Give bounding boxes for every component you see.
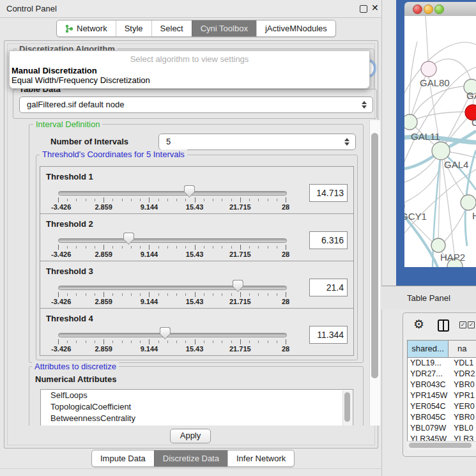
horizontal-scrollbar-thumb[interactable]: [409, 443, 472, 448]
tab-cyni-toolbox[interactable]: Cyni Toolbox: [192, 20, 256, 36]
gear-icon[interactable]: ⚙: [413, 317, 424, 332]
algorithm-option-2[interactable]: Equal Width/Frequency Discretization: [12, 75, 150, 85]
bottom-tab-label: Impute Data: [100, 454, 146, 463]
network-edge[interactable]: [410, 86, 464, 122]
tick-mark: [204, 293, 204, 296]
threshold-value-field[interactable]: 21.4: [309, 279, 348, 296]
minimize-traffic-icon[interactable]: [424, 4, 433, 14]
list-scrollbar-thumb[interactable]: [344, 392, 350, 422]
threshold-value-field[interactable]: 11.344: [309, 326, 348, 344]
threshold-row-4: Threshold 4-3.4262.8599.14415.4321.71528…: [40, 309, 353, 355]
tick-mark: [140, 199, 141, 201]
bottom-tab-discretize-data[interactable]: Discretize Data: [154, 450, 227, 466]
threshold-value-field[interactable]: 6.316: [309, 231, 348, 249]
horizontal-scrollbar[interactable]: [407, 441, 476, 450]
slider-thumb[interactable]: [184, 185, 195, 197]
threshold-slider[interactable]: -3.4262.8599.14415.4321.71528: [58, 261, 286, 308]
tick-mark: [67, 341, 68, 343]
network-node-green[interactable]: [432, 142, 450, 160]
table-row[interactable]: YBR045CYBR0: [408, 412, 476, 423]
node-label-ga: GA: [466, 90, 476, 101]
slider-track[interactable]: [58, 238, 287, 243]
tick-label: -3.426: [51, 345, 71, 353]
attributes-group: Attributes to discretize Numerical Attri…: [29, 366, 364, 426]
bottom-tab-infer-network[interactable]: Infer Network: [227, 450, 294, 466]
table-data-combobox[interactable]: galFiltered.sif default node: [19, 96, 373, 113]
threshold-slider[interactable]: -3.4262.8599.14415.4321.71528: [58, 309, 286, 355]
tick-mark: [249, 246, 250, 249]
close-icon[interactable]: ✕: [371, 3, 379, 13]
tick-mark: [167, 246, 168, 249]
table-row[interactable]: YER054CYER0: [408, 401, 476, 412]
zoom-traffic-icon[interactable]: [434, 4, 444, 14]
slider-track[interactable]: [58, 191, 287, 196]
tick-mark: [112, 246, 113, 249]
attribute-item[interactable]: BetweennessCentrality: [41, 413, 353, 424]
float-window-icon[interactable]: [360, 5, 367, 13]
slider-thumb[interactable]: [160, 327, 171, 339]
vertical-scrollbar[interactable]: [369, 120, 380, 426]
table-header-row: shared... na: [408, 341, 476, 358]
columns-icon[interactable]: [438, 319, 449, 332]
tick-mark: [185, 293, 186, 296]
network-window-titlebar[interactable]: [404, 2, 476, 17]
cell-name: YBR0: [451, 380, 476, 390]
tick-mark: [67, 199, 68, 201]
network-node-green[interactable]: [431, 238, 445, 252]
cell-name: YER0: [451, 401, 476, 412]
tick-mark: [112, 341, 113, 343]
checkbox-icon[interactable]: ✓: [468, 321, 475, 328]
network-node-green[interactable]: [461, 195, 476, 210]
threshold-slider[interactable]: -3.4262.8599.14415.4321.71528: [58, 214, 286, 261]
threshold-slider[interactable]: -3.4262.8599.14415.4321.71528: [58, 167, 286, 213]
network-icon: [65, 24, 73, 33]
slider-track[interactable]: [58, 333, 287, 337]
tab-label: Select: [160, 24, 183, 33]
slider-thumb[interactable]: [233, 280, 243, 292]
table-row[interactable]: YBR043CYBR0: [408, 380, 476, 390]
network-node-green[interactable]: [404, 114, 417, 130]
table-row[interactable]: YDL19...YDL1: [408, 358, 476, 369]
tab-select[interactable]: Select: [151, 20, 192, 36]
cell-shared-name: YDL19...: [408, 358, 451, 369]
tab-network[interactable]: Network: [57, 20, 116, 36]
column-header-name[interactable]: na: [449, 341, 476, 357]
tick-mark: [258, 199, 259, 201]
slider-track[interactable]: [58, 286, 287, 290]
number-of-intervals-label: Number of Intervals: [50, 137, 128, 146]
tick-mark: [104, 197, 104, 203]
column-header-shared-name[interactable]: shared...: [408, 341, 449, 357]
tick-mark: [258, 246, 259, 249]
slider-thumb[interactable]: [123, 233, 134, 245]
cell-name: YDR2: [451, 369, 476, 380]
tab-style[interactable]: Style: [116, 20, 151, 36]
tick-mark: [158, 246, 159, 249]
vertical-scrollbar-thumb[interactable]: [371, 133, 378, 378]
numerical-attributes-list[interactable]: SelfLoopsTopologicalCoefficientBetweenne…: [40, 389, 353, 426]
table-row[interactable]: YDR27...YDR2: [408, 369, 476, 380]
tick-mark: [249, 341, 250, 343]
tick-mark: [76, 246, 77, 249]
tick-mark: [286, 339, 286, 344]
tick-mark: [131, 199, 132, 201]
bottom-tab-impute-data[interactable]: Impute Data: [92, 450, 154, 466]
algorithm-option-1[interactable]: Manual Discretization: [12, 66, 97, 75]
list-scrollbar[interactable]: [342, 390, 352, 426]
network-canvas[interactable]: GAL80GACGAL11GAL4GCY1HHAP2: [404, 16, 476, 267]
checkbox-icon[interactable]: ✓: [459, 321, 466, 328]
cell-shared-name: YBR045C: [408, 412, 451, 423]
tab-jactivemnodules[interactable]: jActiveMNodules: [256, 20, 335, 36]
close-traffic-icon[interactable]: [413, 4, 422, 14]
network-node-pink[interactable]: [421, 61, 436, 77]
tick-mark: [195, 245, 196, 250]
attribute-item[interactable]: TopologicalCoefficient: [41, 401, 353, 413]
tick-label: 21.715: [229, 298, 251, 305]
apply-button[interactable]: Apply: [170, 429, 211, 443]
table-row[interactable]: YBL079WYBL0: [408, 423, 476, 434]
tick-mark: [122, 341, 123, 343]
threshold-value-field[interactable]: 14.713: [309, 184, 348, 202]
table-row[interactable]: YPR145WYPR1: [408, 390, 476, 401]
attributes-group-label: Attributes to discretize: [32, 362, 119, 371]
number-of-intervals-combobox[interactable]: 5: [158, 134, 356, 150]
attribute-item[interactable]: SelfLoops: [41, 390, 353, 401]
